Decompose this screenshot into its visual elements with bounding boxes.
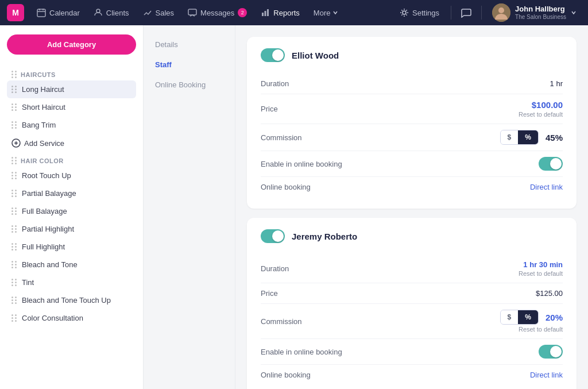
- drag-handle: [11, 296, 17, 304]
- commission-type-buttons-jeremy: $ %: [500, 310, 539, 325]
- commission-right-jeremy: $ % 20% Reset to default: [500, 310, 563, 333]
- tab-details[interactable]: Details: [144, 34, 235, 55]
- drag-handle: [11, 121, 17, 129]
- commission-row-elliot: Commission $ % 45%: [261, 124, 563, 151]
- user-avatar-img: [492, 3, 510, 22]
- duration-row-jeremy: Duration 1 hr 30 min Reset to default: [261, 255, 563, 283]
- drag-handle: [11, 314, 17, 322]
- svg-rect-7: [265, 11, 266, 16]
- sidebar-item-bleach-tone-touch-up[interactable]: Bleach and Tone Touch Up: [7, 291, 136, 309]
- top-navigation: M Calendar Clients Sales Messages 2: [0, 0, 588, 25]
- chevron-down-icon: [332, 10, 338, 16]
- nav-sales[interactable]: Sales: [137, 5, 180, 21]
- svg-rect-0: [37, 9, 45, 17]
- staff-card-jeremy: Jeremy Roberto Duration 1 hr 30 min Rese…: [247, 218, 577, 389]
- messages-badge: 2: [238, 8, 247, 17]
- svg-point-4: [96, 9, 100, 13]
- online-booking-link-row-jeremy: Online booking Direct link: [261, 365, 563, 385]
- commission-percent-btn-elliot[interactable]: %: [518, 130, 538, 144]
- nav-messages[interactable]: Messages 2: [182, 5, 253, 21]
- reports-icon: [261, 8, 270, 17]
- sidebar-item-full-highlight[interactable]: Full Highlight: [7, 238, 136, 256]
- online-booking-toggle-elliot[interactable]: [539, 157, 563, 171]
- svg-point-11: [498, 7, 504, 13]
- svg-rect-8: [267, 9, 269, 16]
- nav-calendar[interactable]: Calendar: [31, 5, 86, 21]
- commission-toggle-jeremy: $ % 20%: [500, 310, 563, 325]
- duration-row-elliot: Duration 1 hr: [261, 74, 563, 94]
- calendar-icon: [37, 8, 46, 17]
- staff-toggle-jeremy[interactable]: [261, 229, 285, 243]
- sidebar-item-short-haircut[interactable]: Short Haircut: [7, 98, 136, 116]
- avatar: [492, 3, 510, 22]
- price-row-jeremy: Price $125.00: [261, 283, 563, 304]
- settings-icon: [400, 8, 409, 17]
- drag-handle: [11, 225, 17, 233]
- nav-divider-2: [481, 6, 482, 20]
- nav-divider: [451, 6, 451, 20]
- user-info: John Hallberg The Salon Business: [515, 5, 566, 21]
- svg-rect-6: [262, 13, 264, 16]
- commission-type-buttons-elliot: $ %: [500, 130, 539, 145]
- staff-toggle-elliot[interactable]: [261, 48, 285, 62]
- drag-handle: [11, 172, 17, 179]
- sidebar-item-bang-trim[interactable]: Bang Trim: [7, 116, 136, 134]
- add-category-button[interactable]: Add Category: [7, 34, 136, 55]
- messages-icon: [188, 8, 197, 17]
- drag-handle: [11, 279, 17, 286]
- commission-dollar-btn-elliot[interactable]: $: [501, 130, 519, 144]
- price-right-elliot: $100.00 Reset to default: [519, 100, 563, 118]
- commission-row-jeremy: Commission $ % 20% Reset to default: [261, 304, 563, 339]
- tab-online-booking[interactable]: Online Booking: [144, 75, 235, 95]
- section-haircuts: HAIRCUTS: [7, 66, 136, 80]
- sidebar-item-partial-highlight[interactable]: Partial Highlight: [7, 220, 136, 238]
- sidebar-item-long-haircut[interactable]: Long Haircut: [7, 80, 136, 98]
- commission-percent-btn-jeremy[interactable]: %: [518, 310, 538, 324]
- online-booking-row-jeremy: Enable in online booking: [261, 339, 563, 365]
- nav-clients[interactable]: Clients: [88, 5, 135, 21]
- drag-handle: [11, 86, 17, 93]
- sidebar-item-tint[interactable]: Tint: [7, 274, 136, 291]
- svg-point-9: [403, 11, 406, 14]
- sidebar-item-color-consultation[interactable]: Color Consultation: [7, 309, 136, 327]
- nav-user-menu[interactable]: John Hallberg The Salon Business: [488, 1, 581, 24]
- sidebar-item-full-balayage[interactable]: Full Balayage: [7, 202, 136, 220]
- sidebar-item-bleach-and-tone[interactable]: Bleach and Tone: [7, 256, 136, 274]
- drag-handle: [11, 207, 17, 215]
- online-booking-toggle-jeremy[interactable]: [539, 345, 563, 359]
- svg-rect-5: [188, 9, 196, 15]
- drag-handle: [11, 261, 17, 268]
- sidebar-item-root-touch-up[interactable]: Root Touch Up: [7, 167, 136, 184]
- sales-icon: [143, 8, 152, 17]
- duration-right-jeremy: 1 hr 30 min Reset to default: [519, 260, 563, 277]
- drag-handle-hair-color: [11, 157, 17, 164]
- app-body: Add Category HAIRCUTS Long Haircut Short…: [0, 25, 588, 389]
- price-row-elliot: Price $100.00 Reset to default: [261, 94, 563, 124]
- nav-settings[interactable]: Settings: [394, 5, 445, 21]
- drag-handle: [11, 103, 17, 111]
- main-content: Elliot Wood Duration 1 hr Price $100.00 …: [235, 25, 588, 389]
- nav-chat-button[interactable]: [457, 3, 475, 22]
- online-booking-link-row-elliot: Online booking Direct link: [261, 177, 563, 197]
- app-logo: M: [7, 4, 24, 21]
- staff-header-jeremy: Jeremy Roberto: [261, 229, 563, 243]
- drag-handle-haircuts: [11, 71, 17, 78]
- nav-more[interactable]: More: [308, 5, 345, 21]
- tab-staff[interactable]: Staff: [144, 55, 235, 75]
- nav-reports[interactable]: Reports: [255, 5, 305, 21]
- online-booking-row-elliot: Enable in online booking: [261, 151, 563, 177]
- plus-circle-icon: [11, 138, 21, 148]
- sidebar-item-partial-balayage[interactable]: Partial Balayage: [7, 184, 136, 202]
- commission-toggle-elliot: $ % 45%: [500, 130, 563, 145]
- clients-icon: [94, 8, 103, 17]
- user-chevron-icon: [571, 10, 577, 16]
- chat-icon: [461, 7, 471, 18]
- tabs-panel: Details Staff Online Booking: [144, 25, 235, 389]
- section-hair-color: HAIR COLOR: [7, 152, 136, 167]
- commission-dollar-btn-jeremy[interactable]: $: [501, 310, 519, 324]
- drag-handle: [11, 190, 17, 197]
- drag-handle: [11, 243, 17, 251]
- add-service-haircuts[interactable]: Add Service: [7, 134, 136, 152]
- sidebar: Add Category HAIRCUTS Long Haircut Short…: [0, 25, 144, 389]
- staff-header-elliot: Elliot Wood: [261, 48, 563, 62]
